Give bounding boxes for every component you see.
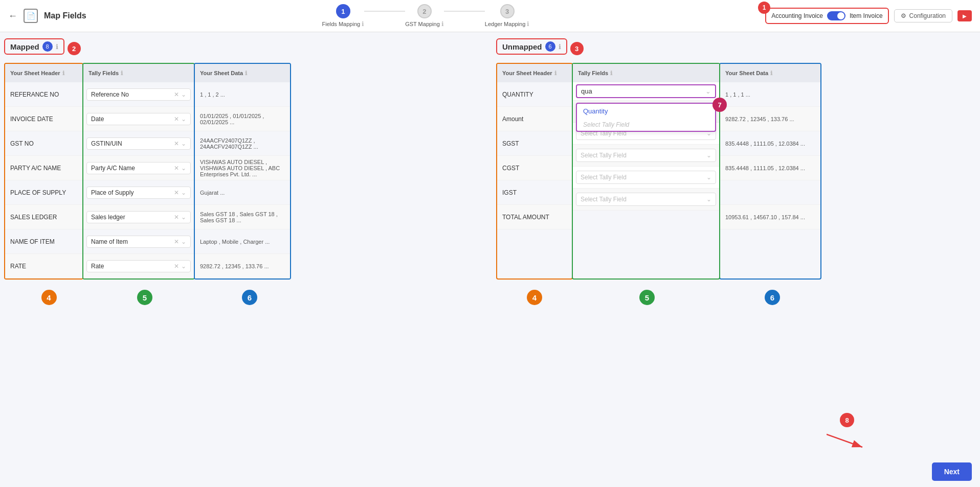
invoice-toggle-switch[interactable]	[827, 11, 845, 20]
annotation-4-unmapped: 4	[527, 290, 542, 305]
clear-icon-4[interactable]: ✕	[174, 189, 179, 196]
mapped-data-row-5: Sales GST 18 , Sales GST 18 , Sales GST …	[195, 205, 290, 229]
mapped-tally-row-3: Party A/C Name✕⌄	[83, 156, 194, 180]
invoice-toggle-box: Accounting Invoice Item Invoice	[765, 8, 888, 24]
unmapped-data-row-1: 9282.72 , 12345 , 133.76 ...	[720, 107, 820, 131]
mapped-info-icon[interactable]: ℹ	[56, 43, 58, 51]
chevron-down-icon-2[interactable]: ⌄	[181, 140, 186, 147]
chevron-down-icon-1[interactable]: ⌄	[181, 115, 186, 123]
annotation-3-badge: 3	[570, 42, 584, 55]
select-cgst-chevron: ⌄	[706, 152, 711, 159]
unmapped-bottom-anns: 4 5 6	[496, 285, 976, 305]
configuration-button[interactable]: ⚙ Configuration	[894, 9, 952, 22]
select-igst-chevron: ⌄	[706, 174, 711, 181]
mapped-tally-col: Tally Fields ℹ Reference No✕⌄ Date✕⌄ GST…	[82, 63, 195, 280]
annotation-5-mapped: 5	[137, 290, 152, 305]
mapped-sheet-row-6: NAME OF ITEM	[5, 229, 82, 254]
unmapped-data-header-info: ℹ	[770, 70, 772, 77]
mapped-tally-row-0: Reference No✕⌄	[83, 82, 194, 107]
mapped-data-col: Your Sheet Data ℹ 1 , 1 , 2 ... 01/01/20…	[194, 63, 291, 280]
unmapped-tally-col-header: Tally Fields ℹ	[573, 64, 719, 82]
mapped-data-row-2: 24AACFV2407Q1ZZ , 24AACFV2407Q1ZZ ...	[195, 131, 290, 156]
unmapped-sheet-row-1: Amount	[497, 107, 572, 131]
select-igst[interactable]: Select Tally Field ⌄	[576, 171, 716, 184]
mapped-tally-row-6: Name of Item✕⌄	[83, 229, 194, 254]
chevron-down-icon-4[interactable]: ⌄	[181, 189, 186, 196]
mapped-tally-row-5: Sales ledger✕⌄	[83, 205, 194, 229]
unmapped-sheet-row-4: IGST	[497, 180, 572, 205]
annotation-2-badge: 2	[68, 42, 81, 55]
mapped-sheet-col-header: Your Sheet Header ℹ	[5, 64, 82, 82]
tally-dropdown-select-placeholder: Select Tally Field	[577, 119, 715, 131]
mapped-bottom-anns: 4 5 6	[4, 285, 484, 305]
mapped-data-row-6: Laptop , Mobile , Charger ...	[195, 229, 290, 254]
mapped-tally-row-7: Rate✕⌄	[83, 254, 194, 279]
page-title: Map Fields	[44, 11, 86, 20]
chevron-down-icon-3[interactable]: ⌄	[181, 165, 186, 172]
annotation-5-unmapped: 5	[639, 290, 655, 305]
clear-icon-7[interactable]: ✕	[174, 263, 179, 270]
unmapped-tally-col: Tally Fields ℹ ⌄ Quantity Select Tally F…	[572, 63, 720, 280]
step-1-info-icon: ℹ	[362, 20, 364, 28]
mapped-data-col-header: Your Sheet Data ℹ	[195, 64, 290, 82]
annotation-6-unmapped: 6	[765, 290, 780, 305]
clear-icon-1[interactable]: ✕	[174, 115, 179, 123]
select-total[interactable]: Select Tally Field ⌄	[576, 193, 716, 206]
step-3-circle: 3	[500, 4, 515, 18]
mapped-columns: Your Sheet Header ℹ REFERANCE NO INVOICE…	[4, 63, 484, 280]
clear-icon-6[interactable]: ✕	[174, 238, 179, 245]
step-3-info-icon: ℹ	[527, 20, 529, 28]
unmapped-count-badge: 6	[545, 41, 555, 52]
unmapped-sheet-row-3: CGST	[497, 156, 572, 180]
unmapped-sheet-row-5: TOTAL AMOUNT	[497, 205, 572, 229]
mapped-tally-col-header: Tally Fields ℹ	[83, 64, 194, 82]
gear-icon: ⚙	[901, 12, 906, 19]
mapped-header-row: Mapped 8 ℹ 2	[4, 38, 484, 59]
unmapped-your-sheet-col: Your Sheet Header ℹ QUANTITY Amount SGST…	[496, 63, 573, 280]
step-1-label: Fields Mapping ℹ	[322, 20, 365, 28]
unmapped-section: Unmapped 6 ℹ 3 Your Sheet Header ℹ QUANT…	[496, 38, 976, 305]
mapped-sheet-rows: REFERANCE NO INVOICE DATE GST NO PARTY A…	[5, 82, 82, 279]
unmapped-tally-row-5: Select Tally Field ⌄	[573, 189, 719, 211]
mapped-tally-row-4: Place of Supply✕⌄	[83, 180, 194, 205]
select-cgst[interactable]: Select Tally Field ⌄	[576, 149, 716, 162]
toggle-knob	[837, 12, 844, 19]
chevron-down-icon-0[interactable]: ⌄	[181, 91, 186, 98]
unmapped-data-rows: 1 , 1 , 1 ... 9282.72 , 12345 , 133.76 .…	[720, 82, 820, 229]
tally-search-input[interactable]	[581, 87, 705, 95]
mapped-your-sheet-col: Your Sheet Header ℹ REFERANCE NO INVOICE…	[4, 63, 83, 280]
mapped-count-badge: 8	[42, 41, 53, 52]
tally-dropdown-option-quantity[interactable]: Quantity	[577, 104, 715, 119]
youtube-icon: ▶	[963, 13, 967, 19]
unmapped-sheet-row-0: QUANTITY	[497, 82, 572, 107]
clear-icon-3[interactable]: ✕	[174, 165, 179, 172]
youtube-button[interactable]: ▶	[957, 10, 972, 21]
annotation-7-badge: 7	[712, 98, 727, 112]
clear-icon-0[interactable]: ✕	[174, 91, 179, 98]
unmapped-info-icon[interactable]: ℹ	[559, 43, 561, 51]
unmapped-data-row-5: 10953.61 , 14567.10 , 157.84 ...	[720, 205, 820, 229]
unmapped-sheet-header-info: ℹ	[554, 70, 556, 77]
mapped-title: Mapped	[10, 42, 39, 51]
chevron-down-icon-5[interactable]: ⌄	[181, 214, 186, 221]
chevron-down-icon-6[interactable]: ⌄	[181, 238, 186, 245]
accounting-invoice-label: Accounting Invoice	[771, 12, 823, 19]
annotation-1-badge: 1	[758, 2, 770, 14]
tally-dropdown-list: Quantity Select Tally Field	[576, 103, 716, 132]
unmapped-sheet-row-2: SGST	[497, 131, 572, 156]
unmapped-tally-header-info: ℹ	[610, 70, 612, 77]
clear-icon-2[interactable]: ✕	[174, 140, 179, 147]
mapped-sheet-row-5: SALES LEDGER	[5, 205, 82, 229]
step-2-info-icon: ℹ	[441, 20, 444, 28]
step-2-label: GST Mapping ℹ	[405, 20, 444, 28]
mapped-data-row-1: 01/01/2025 , 01/01/2025 , 02/01/2025 ...	[195, 107, 290, 131]
mapped-data-row-7: 9282.72 , 12345 , 133.76 ...	[195, 254, 290, 279]
unmapped-header-box: Unmapped 6 ℹ	[496, 38, 567, 55]
chevron-down-icon-7[interactable]: ⌄	[181, 263, 186, 270]
unmapped-tally-search-row: ⌄ Quantity Select Tally Field 7	[573, 82, 719, 101]
annotation-6-mapped: 6	[242, 290, 257, 305]
mapped-data-row-4: Gujarat ...	[195, 180, 290, 205]
back-button[interactable]: ←	[8, 11, 17, 21]
mapped-data-row-0: 1 , 1 , 2 ...	[195, 82, 290, 107]
clear-icon-5[interactable]: ✕	[174, 214, 179, 221]
